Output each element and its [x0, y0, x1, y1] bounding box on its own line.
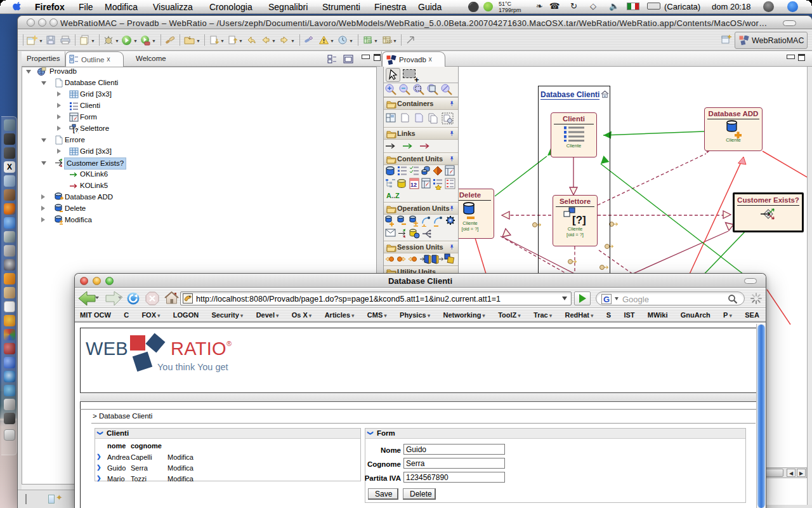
svg-text:[?]: [?] — [73, 127, 79, 133]
svg-text:101: 101 — [386, 39, 392, 43]
svg-text:01: 01 — [368, 39, 372, 43]
svg-text:12: 12 — [410, 182, 417, 188]
svg-text:[?]: [?] — [572, 214, 586, 226]
